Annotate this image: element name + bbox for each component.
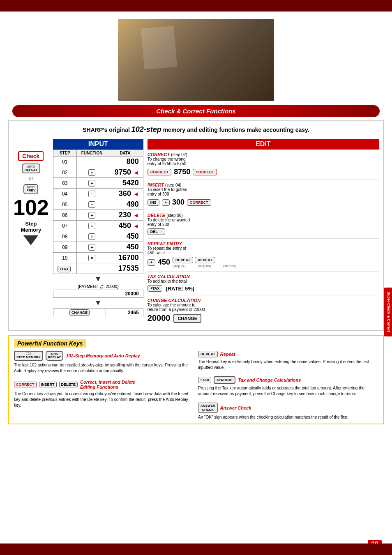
input-section: INPUT STEP FUNCTION DATA 01 800 xyxy=(53,139,143,317)
edit-section: EDIT CORRECT (step 02) To change the wro… xyxy=(148,139,379,326)
insert-value: 300 xyxy=(172,198,184,207)
table-row: 02 + 9750 ◄ xyxy=(53,167,143,178)
cid-title: Correct, Insert and DeleteEditing Functi… xyxy=(80,380,135,389)
repeat-desc: To repeat the entry of450 twice xyxy=(148,246,379,255)
delete-row: DEL → xyxy=(148,228,379,235)
insert-row: INS + 300 CORRECT xyxy=(148,198,379,207)
table-row: 07 + 450 ◄ xyxy=(53,221,143,231)
del-key[interactable]: DEL → xyxy=(148,228,165,235)
tax-key-edit[interactable]: +TAX xyxy=(148,285,163,292)
step-label-9: (step 09) xyxy=(223,264,236,268)
change-edit-row: 20000 CHANGE xyxy=(148,313,379,323)
tax-change-item: ±TAX CHANGE Tax and Change Calculations … xyxy=(198,376,378,397)
section-title-bar: Check & Correct Functions xyxy=(12,105,380,117)
correct-key-2[interactable]: CORRECT xyxy=(193,169,217,175)
repeat-header: REPEAT Repeat xyxy=(198,351,378,357)
headline-suffix: memory and editing functions make accoun… xyxy=(163,127,309,133)
big-step-number: 102 xyxy=(13,197,49,218)
cid-desc: The Correct key allows you to correct wr… xyxy=(14,391,194,408)
tax-row: +TAX 17535 xyxy=(53,263,143,274)
plus-key[interactable]: + xyxy=(162,199,170,206)
diagram-container: Check AUTO REPLAY or NEXT PREV 102 StepM… xyxy=(13,139,379,326)
section-title: Check & Correct Functions xyxy=(156,108,235,115)
down-arrow-icon xyxy=(23,235,38,245)
correct-title: CORRECT (step 02) xyxy=(148,152,379,157)
insert-desc: To insert the forgottenentry of 300 xyxy=(148,187,379,196)
auto-replay-button[interactable]: AUTO REPLAY xyxy=(22,164,41,173)
answer-check-desc: An "OK" sign appears when the checking c… xyxy=(198,415,378,420)
delete-title: DELETE (step 06) xyxy=(148,213,379,218)
input-header: INPUT xyxy=(53,139,143,150)
separator-1 xyxy=(148,180,379,180)
badge-102: 102 STEP MEMORY xyxy=(14,351,43,361)
auto-replay-badge: AUTO REPLAY xyxy=(46,351,64,361)
table-row: 05 − 490 xyxy=(53,199,143,210)
step-memory-header: 102 STEP MEMORY AUTO REPLAY 102-Step Mem… xyxy=(14,351,194,361)
function-keys-title: Powerful Function Keys xyxy=(14,339,86,348)
correct-block: CORRECT (step 02) To change the wrongent… xyxy=(148,152,379,176)
delete-block: DELETE (step 06) To delete the unwantede… xyxy=(148,213,379,235)
ins-key[interactable]: INS xyxy=(148,199,159,206)
change-button[interactable]: CHANGE xyxy=(173,314,201,323)
function-keys-section: Powerful Function Keys 102 STEP MEMORY A… xyxy=(8,335,384,424)
hero-image xyxy=(118,19,274,101)
step-memory-desc: The last 102 actions can be recalled ste… xyxy=(14,362,194,374)
col-data: DATA xyxy=(107,150,143,157)
step-memory-item: 102 STEP MEMORY AUTO REPLAY 102-Step Mem… xyxy=(14,351,194,374)
tax-calc-block: TAX CALCULATION To add tax to the total … xyxy=(148,274,379,292)
headline-prefix: SHARP's original xyxy=(83,127,130,133)
tax-change-title: Tax and Change Calculations xyxy=(238,378,301,382)
repeat-item: REPEAT Repeat The Repeat key is extremel… xyxy=(198,351,378,371)
tax-rate: (RATE: 5%) xyxy=(166,286,194,292)
separator-2 xyxy=(148,210,379,210)
insert-title: INSERT (step 04) xyxy=(148,182,379,187)
repeat-key-1[interactable]: REPEAT xyxy=(173,257,193,263)
repeat-keys-group: REPEAT REPEAT (step 07) (step 08) (step … xyxy=(173,257,236,268)
change-badge: CHANGE xyxy=(214,376,235,384)
payment-note: {PAYMENT 🖨: 20000} xyxy=(53,284,143,289)
correct-insert-delete-item: CORRECT INSERT DELETE Correct, Insert an… xyxy=(14,380,194,408)
correct-key-badge: CORRECT xyxy=(14,382,37,387)
controls-column: Check AUTO REPLAY or NEXT PREV 102 StepM… xyxy=(13,139,49,245)
separator-5 xyxy=(148,295,379,295)
plus-key-2[interactable]: + xyxy=(148,259,155,266)
answer-check-item: ANSWERCHECK Answer Check An "OK" sign ap… xyxy=(198,403,378,420)
col-function: FUNCTION xyxy=(76,150,107,157)
repeat-title: REPEAT ENTRY xyxy=(148,241,379,246)
delete-key-badge: DELETE xyxy=(59,382,78,387)
repeat-title: Repeat xyxy=(220,352,235,357)
tax-change-header: ±TAX CHANGE Tax and Change Calculations xyxy=(198,376,378,384)
col-step: STEP xyxy=(53,150,76,157)
repeat-row: + 450 REPEAT REPEAT (step 07) (step 08) … xyxy=(148,257,379,268)
headline: SHARP's original 102-step memory and edi… xyxy=(13,125,379,134)
input-table: STEP FUNCTION DATA 01 800 02 + 9750 ◄ xyxy=(53,150,143,274)
correct-key-3[interactable]: CORRECT xyxy=(187,199,211,206)
table-row: 04 − 360 ◄ xyxy=(53,189,143,199)
tax-calc-desc: To add tax to the total xyxy=(148,279,379,283)
separator-4 xyxy=(148,271,379,272)
answer-check-header: ANSWERCHECK Answer Check xyxy=(198,403,378,413)
repeat-key-2[interactable]: REPEAT xyxy=(195,257,215,263)
left-func-keys: 102 STEP MEMORY AUTO REPLAY 102-Step Mem… xyxy=(14,351,194,420)
correct-key-1[interactable]: CORRECT xyxy=(148,169,172,175)
answer-badge: ANSWERCHECK xyxy=(198,403,218,413)
table-row: 09 + 450 xyxy=(53,242,143,253)
repeat-block: REPEAT ENTRY To repeat the entry of450 t… xyxy=(148,241,379,268)
next-prev-button[interactable]: NEXT PREV xyxy=(23,184,38,194)
insert-key-badge: INSERT xyxy=(39,382,57,387)
change-calc-desc: To calculate the amount toreturn from a … xyxy=(148,303,379,312)
table-row: CHANGE 2465 xyxy=(53,309,143,317)
tax-change-desc: Pressing the Tax key automatically adds … xyxy=(198,385,378,397)
step-memory-title: 102-Step Memory and Auto Replay xyxy=(66,353,140,358)
headline-step: 102-step xyxy=(131,125,161,134)
step-memory-label: StepMemory xyxy=(21,221,41,233)
step-label-7: (step 07) xyxy=(173,264,186,268)
repeat-desc: The Repeat key is extremely handy when e… xyxy=(198,359,378,371)
tax-calc-title: TAX CALCULATION xyxy=(148,274,379,279)
correct-desc: To change the wrongentry of 9750 to 8750 xyxy=(148,157,379,166)
table-row: 08 + 450 xyxy=(53,231,143,242)
table-row: 01 800 xyxy=(53,157,143,167)
right-func-keys: REPEAT Repeat The Repeat key is extremel… xyxy=(198,351,378,420)
tax-badge: ±TAX xyxy=(198,377,211,383)
delete-desc: To delete the unwantedentry of 230 xyxy=(148,218,379,227)
